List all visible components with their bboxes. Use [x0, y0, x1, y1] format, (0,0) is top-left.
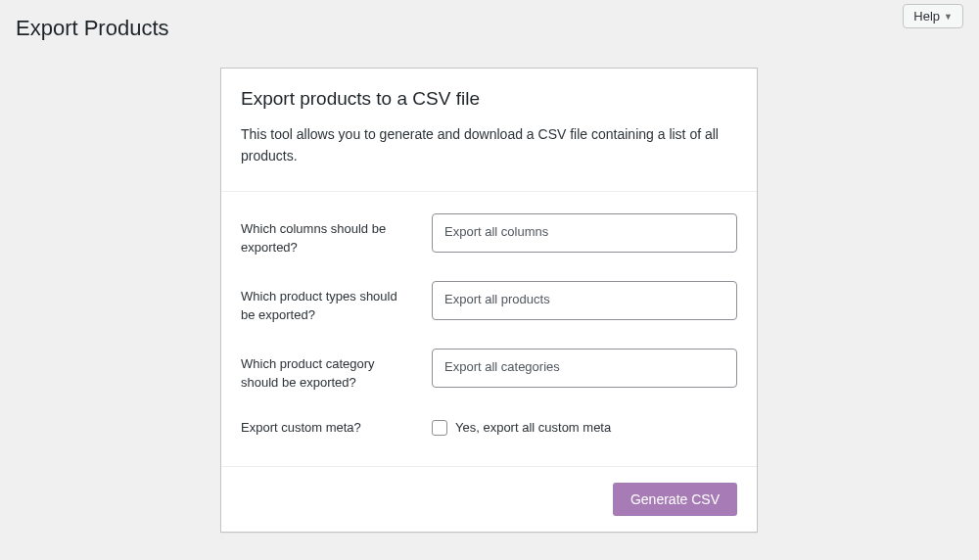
meta-checkbox[interactable] — [432, 420, 447, 436]
row-columns: Which columns should be exported? Export… — [241, 200, 737, 267]
chevron-down-icon: ▼ — [944, 12, 953, 22]
row-category: Which product category should be exporte… — [241, 335, 737, 402]
card-header: Export products to a CSV file This tool … — [221, 69, 757, 192]
columns-select[interactable]: Export all columns — [432, 213, 737, 253]
page-title: Export Products — [16, 16, 169, 41]
card-body: Which columns should be exported? Export… — [221, 192, 757, 468]
card-description: This tool allows you to generate and dow… — [241, 123, 737, 167]
generate-csv-button[interactable]: Generate CSV — [613, 483, 737, 516]
export-card: Export products to a CSV file This tool … — [220, 68, 758, 533]
types-select[interactable]: Export all products — [432, 281, 737, 320]
help-button-label: Help — [913, 9, 940, 23]
meta-checkbox-label: Yes, export all custom meta — [455, 420, 611, 435]
help-button[interactable]: Help ▼ — [903, 4, 963, 28]
meta-label: Export custom meta? — [241, 416, 412, 438]
card-footer: Generate CSV — [221, 467, 757, 532]
category-select[interactable]: Export all categories — [432, 349, 737, 388]
card-title: Export products to a CSV file — [241, 88, 737, 110]
types-label: Which product types should be exported? — [241, 281, 412, 325]
row-meta: Export custom meta? Yes, export all cust… — [241, 402, 737, 447]
row-types: Which product types should be exported? … — [241, 267, 737, 335]
columns-label: Which columns should be exported? — [241, 213, 412, 257]
category-label: Which product category should be exporte… — [241, 349, 412, 393]
